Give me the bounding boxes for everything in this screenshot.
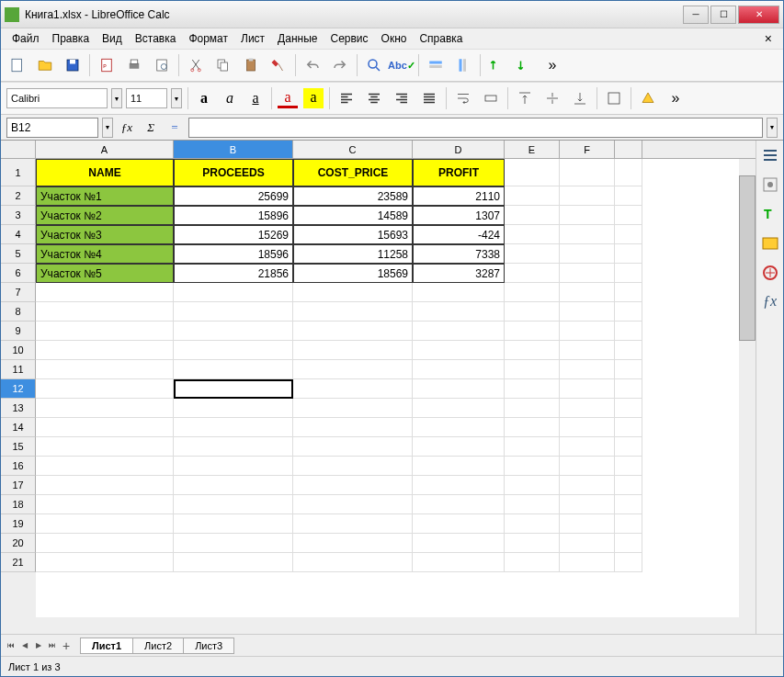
cell[interactable]: 15269 — [174, 225, 293, 244]
underline-button[interactable]: a — [245, 88, 266, 108]
italic-button[interactable]: a — [220, 88, 240, 108]
cell[interactable] — [36, 341, 174, 360]
cell[interactable]: PROCEEDS — [174, 159, 293, 186]
cut-icon[interactable] — [185, 54, 207, 76]
cell[interactable] — [560, 495, 615, 514]
maximize-button[interactable]: ☐ — [710, 6, 736, 24]
cell[interactable] — [560, 418, 615, 437]
copy-icon[interactable] — [212, 54, 234, 76]
font-color-button[interactable]: a — [278, 88, 298, 108]
menu-tools[interactable]: Сервис — [324, 30, 373, 47]
row-header-21[interactable]: 21 — [1, 553, 36, 572]
more-icon[interactable]: » — [541, 54, 563, 76]
cell[interactable] — [293, 379, 413, 399]
cell[interactable] — [174, 418, 293, 437]
cell[interactable] — [293, 341, 413, 360]
menu-edit[interactable]: Правка — [47, 30, 96, 47]
cell[interactable]: Участок №5 — [36, 264, 174, 283]
merge-cells-icon[interactable] — [480, 87, 502, 109]
cell[interactable] — [505, 379, 560, 399]
cell[interactable] — [615, 283, 642, 302]
cell[interactable] — [293, 457, 413, 476]
cell[interactable] — [615, 225, 642, 244]
cell[interactable]: -424 — [413, 225, 505, 244]
column-header-[interactable] — [615, 141, 642, 158]
cell[interactable] — [560, 457, 615, 476]
paste-icon[interactable] — [240, 54, 262, 76]
sidebar-menu-icon[interactable] — [761, 146, 779, 164]
row-header-12[interactable]: 12 — [1, 379, 36, 399]
cell[interactable] — [413, 514, 505, 534]
cell[interactable] — [293, 514, 413, 534]
cell[interactable] — [174, 514, 293, 534]
align-justify-icon[interactable] — [418, 87, 440, 109]
close-button[interactable]: ✕ — [738, 6, 779, 24]
row-header-1[interactable]: 1 — [1, 159, 36, 186]
cell[interactable] — [560, 264, 615, 283]
cell[interactable] — [615, 264, 642, 283]
cell[interactable] — [505, 495, 560, 514]
row-header-4[interactable]: 4 — [1, 225, 36, 244]
row-header-7[interactable]: 7 — [1, 283, 36, 302]
menu-view[interactable]: Вид — [97, 30, 128, 47]
row-header-14[interactable]: 14 — [1, 418, 36, 437]
cell[interactable] — [413, 476, 505, 495]
cell[interactable] — [174, 457, 293, 476]
cell[interactable] — [413, 379, 505, 399]
cell[interactable] — [505, 399, 560, 418]
cell[interactable] — [174, 341, 293, 360]
print-preview-icon[interactable] — [151, 54, 173, 76]
cell[interactable]: 11258 — [293, 244, 413, 264]
formula-dropdown-icon[interactable]: ▼ — [767, 118, 778, 138]
cell-reference-input[interactable] — [6, 118, 98, 138]
cell[interactable] — [36, 418, 174, 437]
cell[interactable] — [293, 495, 413, 514]
cell[interactable]: COST_PRICE — [293, 159, 413, 186]
cell[interactable]: 18569 — [293, 264, 413, 283]
cell[interactable] — [505, 302, 560, 322]
cell[interactable] — [174, 553, 293, 572]
row-header-18[interactable]: 18 — [1, 495, 36, 514]
cell[interactable] — [505, 283, 560, 302]
cell[interactable] — [505, 206, 560, 225]
cell[interactable] — [615, 159, 642, 186]
cell[interactable] — [413, 302, 505, 322]
cell[interactable] — [36, 476, 174, 495]
menu-sheet[interactable]: Лист — [235, 30, 270, 47]
highlight-button[interactable]: a — [303, 88, 324, 108]
cell[interactable]: 15693 — [293, 225, 413, 244]
row-header-9[interactable]: 9 — [1, 322, 36, 341]
cell[interactable] — [505, 159, 560, 186]
valign-top-icon[interactable] — [514, 87, 536, 109]
cell[interactable] — [36, 360, 174, 379]
bold-button[interactable]: a — [194, 88, 214, 108]
cell[interactable] — [560, 283, 615, 302]
wrap-text-icon[interactable] — [452, 87, 474, 109]
sort-asc-icon[interactable] — [486, 54, 508, 76]
cell[interactable] — [615, 495, 642, 514]
cell[interactable] — [560, 379, 615, 399]
row-header-8[interactable]: 8 — [1, 302, 36, 322]
cell[interactable] — [36, 457, 174, 476]
sheet-tab-3[interactable]: Лист3 — [183, 638, 234, 654]
cell[interactable]: 23589 — [293, 186, 413, 206]
row-header-17[interactable]: 17 — [1, 476, 36, 495]
cell[interactable] — [615, 553, 642, 572]
styles-icon[interactable]: T — [761, 205, 779, 223]
cell[interactable] — [615, 457, 642, 476]
vertical-scrollbar[interactable] — [739, 159, 756, 617]
cell[interactable] — [36, 283, 174, 302]
cell[interactable] — [615, 322, 642, 341]
cell[interactable] — [560, 225, 615, 244]
cell[interactable] — [505, 418, 560, 437]
cell[interactable] — [615, 437, 642, 457]
cell[interactable] — [505, 264, 560, 283]
font-size-input[interactable] — [126, 88, 167, 108]
column-header-F[interactable]: F — [560, 141, 615, 158]
cell[interactable] — [174, 534, 293, 553]
align-left-icon[interactable] — [335, 87, 358, 109]
scrollbar-thumb[interactable] — [739, 175, 756, 341]
row-header-13[interactable]: 13 — [1, 399, 36, 418]
font-size-dropdown-icon[interactable]: ▼ — [171, 88, 182, 108]
format-paintbrush-icon[interactable] — [267, 54, 290, 76]
